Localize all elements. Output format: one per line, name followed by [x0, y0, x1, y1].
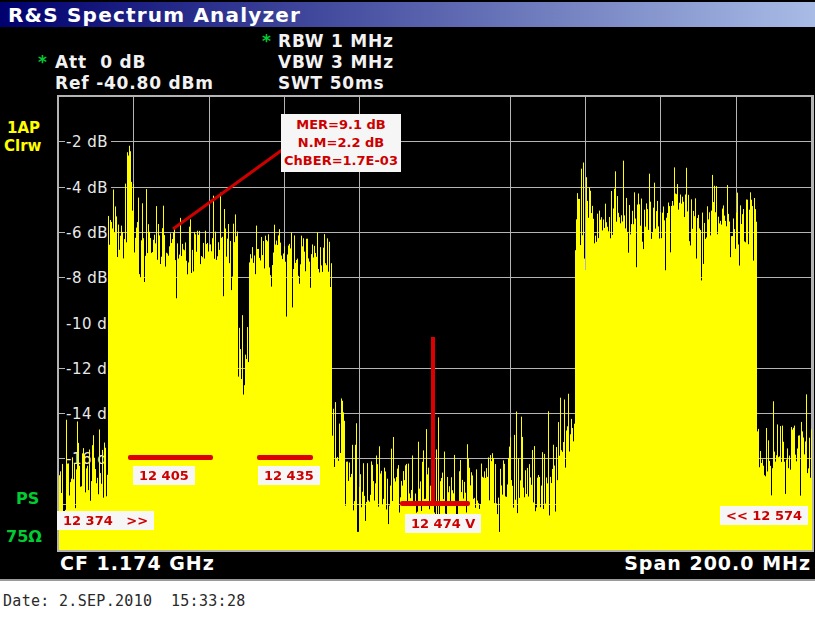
center-frequency-readout: CF 1.174 GHz [60, 552, 215, 574]
channel-bar-12435 [257, 455, 313, 460]
rbw-coupled-star: * [262, 31, 271, 51]
chber-value: ChBER=1.7E-03 [283, 152, 399, 170]
mer-value: MER=9.1 dB [283, 116, 399, 134]
page: R&S Spectrum Analyzer * RBW 1 MHz * Att … [0, 0, 815, 633]
span-readout: Span 200.0 MHz [624, 552, 811, 574]
att-readout: Att 0 dB [55, 52, 146, 72]
channel-bar-12405 [128, 455, 213, 460]
vertical-marker-base-bar [400, 501, 470, 506]
date-line: Date: 2.SEP.2010 15:33:28 [3, 592, 246, 610]
noise-margin-value: N.M=2.2 dB [283, 134, 399, 152]
right-edge-frequency-label: << 12 574 [720, 506, 808, 525]
ref-level-readout: Ref -40.80 dBm [55, 73, 214, 93]
trace-mode-label: Clrw [4, 137, 41, 155]
vbw-readout: VBW 3 MHz [278, 52, 394, 72]
left-edge-frequency-label: 12 374 >> [57, 511, 154, 530]
att-coupled-star: * [38, 52, 47, 72]
analyzer-screen: R&S Spectrum Analyzer * RBW 1 MHz * Att … [0, 0, 815, 581]
swt-readout: SWT 50ms [278, 73, 384, 93]
impedance-indicator: 75Ω [6, 527, 42, 546]
channel-label-12405: 12 405 [133, 466, 195, 485]
rbw-readout: RBW 1 MHz [278, 31, 394, 51]
channel-label-12435: 12 435 [258, 466, 320, 485]
ps-indicator: PS [16, 489, 39, 508]
spectrum-graph: -2 dB-4 dB-6 dB-8 dB-10 dB-12 dB-14 dB-1… [57, 95, 814, 552]
vertical-marker-line [431, 337, 435, 505]
title-bar: R&S Spectrum Analyzer [0, 2, 815, 27]
trace-detector-label: 1AP [7, 119, 40, 137]
app-title: R&S Spectrum Analyzer [8, 3, 301, 27]
annotation-pointer-line [173, 150, 282, 229]
vertical-marker-label: 12 474 V [405, 514, 481, 533]
measurement-annotation: MER=9.1 dB N.M=2.2 dB ChBER=1.7E-03 [281, 114, 401, 172]
